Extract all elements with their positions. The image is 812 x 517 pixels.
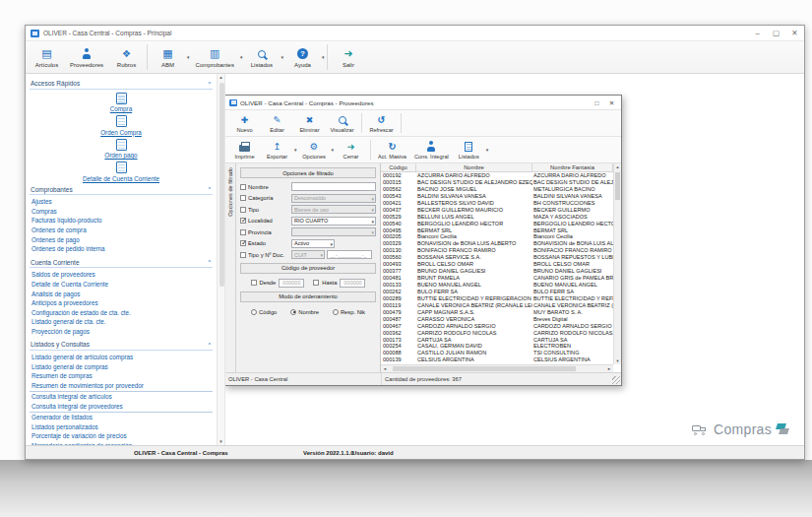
- sidebar-link[interactable]: Listado general de cta. cte.: [30, 317, 213, 327]
- provider-row[interactable]: 000437 BECKER GUILLERMO MAURICIO BECKER …: [381, 207, 621, 214]
- scroll-thumb[interactable]: [393, 366, 576, 371]
- resize-grip[interactable]: [612, 376, 620, 384]
- scroll-down-icon[interactable]: [614, 358, 621, 363]
- scroll-thumb[interactable]: [615, 172, 620, 200]
- chevron-down-icon[interactable]: [281, 54, 283, 60]
- sidebar-scrollbar[interactable]: [217, 74, 225, 445]
- estado-checkbox[interactable]: [240, 240, 246, 246]
- refrescar-button[interactable]: Refrescar: [365, 110, 398, 136]
- opciones-button[interactable]: Opciones: [298, 137, 331, 162]
- sidebar-link[interactable]: Proyección de pagos: [30, 327, 213, 337]
- sidebar-link[interactable]: Listados personalizados: [30, 421, 213, 431]
- sidebar-link[interactable]: Resumen de movimientos por proveedor: [30, 381, 213, 392]
- sidebar-link[interactable]: Resumen de compras: [30, 371, 213, 381]
- section-header-comprobantes[interactable]: Comprobantes: [30, 184, 213, 196]
- abm-button[interactable]: ABM: [150, 41, 186, 73]
- sidebar-link[interactable]: Análisis de pagos: [30, 289, 213, 298]
- provider-row[interactable]: 000562 BACINO JOSE MIGUEL METALURGICA BA…: [381, 186, 621, 193]
- chevron-down-icon[interactable]: [240, 54, 243, 60]
- order-by-nombre[interactable]: Nombre: [290, 309, 319, 315]
- hasta-checkbox[interactable]: [313, 280, 319, 286]
- chevron-down-icon[interactable]: [187, 54, 190, 60]
- provider-row[interactable]: 000487 CARASSO VERONICA Breves Digital: [381, 316, 621, 323]
- exportar-button[interactable]: Exportar: [261, 137, 293, 162]
- tipo-checkbox[interactable]: [240, 207, 246, 213]
- sidebar-link[interactable]: Consulta integral de proveedores: [30, 401, 213, 412]
- provider-row[interactable]: 000205 Bianconi Cecilia Bianconi Cecilia: [381, 233, 621, 240]
- radio-icon[interactable]: [290, 309, 296, 315]
- provider-row[interactable]: 000088 CASTILLO JULIAN RAMON TSI CONSULT…: [381, 350, 621, 356]
- visualizar-button[interactable]: Visualizar: [326, 110, 358, 136]
- rubros-button[interactable]: Rubros: [108, 41, 145, 73]
- provider-row[interactable]: 000289 BUTTIE ELECTRICIDAD Y REFRIGERACI…: [381, 295, 621, 302]
- minimize-icon[interactable]: [748, 26, 767, 40]
- sidebar-link[interactable]: Anticipos a proveedores: [30, 298, 213, 308]
- listados-button[interactable]: Listados: [453, 137, 485, 162]
- column-header-fantasia[interactable]: Nombre Fantasía: [532, 163, 613, 171]
- horizontal-scrollbar[interactable]: [381, 364, 613, 372]
- localidad-checkbox[interactable]: [240, 218, 246, 224]
- provider-row[interactable]: 000467 CARDOZO ARNALDO SERGIO CARDOZO AR…: [381, 323, 621, 330]
- provider-row[interactable]: 000192 AZCURRA DARIO ALFREDO AZCURRA DAR…: [381, 172, 621, 179]
- sidebar-link[interactable]: Configuración de estado de cta. cte.: [30, 307, 213, 317]
- provincia-checkbox[interactable]: [240, 229, 246, 235]
- section-header-listados[interactable]: Listados y Consultas: [30, 339, 213, 351]
- nombre-filter-input[interactable]: [291, 182, 376, 191]
- cons-integral-button[interactable]: Cons. Integral: [410, 137, 453, 162]
- imprime-button[interactable]: Imprime: [228, 137, 261, 162]
- provider-row[interactable]: 000560 BOSSANA SERVICE S.A. BOSSANA REPU…: [381, 254, 621, 261]
- provider-row[interactable]: 000362 CARRIZO RODOLFO NICOLAS CARRIZO R…: [381, 330, 621, 337]
- provider-row[interactable]: 000173 CARTUJA SA CARTUJA SA: [381, 337, 621, 344]
- proveedores-button[interactable]: Proveedores: [65, 41, 108, 73]
- sidebar-link[interactable]: Ajustes: [30, 197, 213, 207]
- provider-row[interactable]: 000421 BALLESTEROS SILVIO DAVID BH CONST…: [381, 200, 621, 207]
- desde-checkbox[interactable]: [251, 280, 257, 286]
- localidad-select[interactable]: RIO CUARTO: [291, 217, 376, 226]
- chevron-down-icon[interactable]: [332, 147, 335, 153]
- provider-row[interactable]: 000130 BONIFACIO FRANCO RAMIRO BONIFACIO…: [381, 247, 621, 254]
- comprobantes-button[interactable]: Comprobantes: [191, 41, 239, 73]
- scroll-left-icon[interactable]: [381, 365, 389, 372]
- provider-row[interactable]: 000481 BRUNT PAMELA CANARIO GRIS de PAME…: [381, 275, 621, 282]
- cerrar-button[interactable]: Cerrar: [335, 137, 367, 162]
- provider-row[interactable]: 000529 BELLUNI LUIS ANGEL MAZA Y ASOCIAD…: [381, 214, 621, 221]
- editar-button[interactable]: Editar: [261, 110, 293, 136]
- ayuda-button[interactable]: Ayuda: [284, 41, 321, 73]
- sidebar-link[interactable]: Ordenes de pago: [30, 234, 213, 244]
- radio-icon[interactable]: [333, 309, 339, 315]
- categoria-checkbox[interactable]: [240, 195, 246, 201]
- column-header-codigo[interactable]: Código: [381, 163, 416, 171]
- maximize-icon[interactable]: [590, 97, 604, 109]
- sidebar-link[interactable]: Porcentaje de variación de precios: [30, 431, 213, 441]
- provider-row[interactable]: 000495 BERMAT SRL BERMAT SRL: [381, 227, 621, 234]
- vertical-scrollbar[interactable]: [613, 163, 621, 364]
- provider-row[interactable]: 000540 BERGOGLIO LEANDRO HECTOR BERGOGLI…: [381, 221, 621, 227]
- section-header-accesos[interactable]: Accesos Rápidos: [30, 78, 213, 90]
- quick-access-item[interactable]: Compra: [30, 93, 213, 113]
- sidebar-link[interactable]: Facturas líquido-producto: [30, 216, 213, 226]
- chevron-down-icon[interactable]: [322, 54, 325, 60]
- order-by-resp[interactable]: Resp. Nik: [333, 309, 365, 315]
- provider-row[interactable]: 000377 BRUNO DANIEL GAGLIESI BRUNO DANIE…: [381, 268, 621, 275]
- provider-row[interactable]: 000262 BULO FERR SA BULO FERR SA: [381, 289, 621, 295]
- close-icon[interactable]: [785, 26, 804, 40]
- provider-row[interactable]: 000329 BONAVISION de BONA LUIS ALBERTO B…: [381, 240, 621, 247]
- sidebar-link[interactable]: Saldos de proveedores: [30, 270, 213, 280]
- provider-row[interactable]: 000479 CAPP MAGNAR S.A.S. MUY BARATO S. …: [381, 309, 621, 316]
- sidebar-link[interactable]: Consulta integral de artículos: [30, 392, 213, 402]
- scroll-up-icon[interactable]: [614, 164, 621, 169]
- chevron-down-icon[interactable]: [294, 147, 297, 153]
- articulos-button[interactable]: Artículos: [29, 41, 65, 73]
- radio-icon[interactable]: [251, 309, 257, 315]
- listados-button[interactable]: Listados: [243, 41, 280, 73]
- maximize-icon[interactable]: [767, 26, 785, 40]
- chevron-down-icon[interactable]: [486, 147, 489, 153]
- close-icon[interactable]: [604, 97, 619, 109]
- sidebar-link[interactable]: Compras: [30, 207, 213, 217]
- salir-button[interactable]: Salir: [330, 41, 366, 73]
- section-header-cuenta-corriente[interactable]: Cuenta Corriente: [30, 257, 213, 269]
- sidebar-link[interactable]: Listado general de compras: [30, 361, 213, 371]
- quick-access-item[interactable]: Orden Compra: [30, 115, 213, 136]
- scroll-thumb[interactable]: [219, 83, 224, 287]
- act-masiva-button[interactable]: Act. Masiva: [374, 137, 410, 162]
